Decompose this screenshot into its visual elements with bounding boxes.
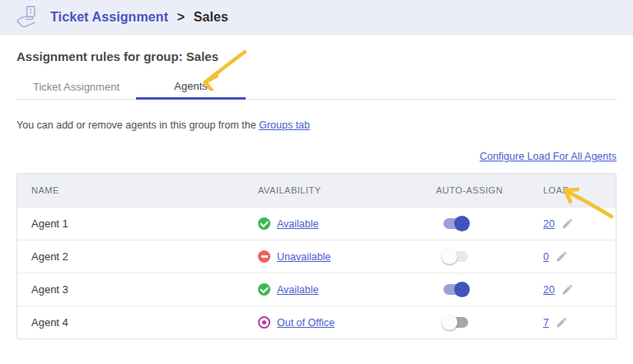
auto-assign-cell bbox=[436, 284, 543, 295]
table-row: Agent 3 Available 20 bbox=[17, 273, 616, 306]
unavailable-status-icon bbox=[258, 250, 270, 263]
auto-assign-toggle[interactable] bbox=[443, 251, 468, 262]
load-link[interactable]: 0 bbox=[543, 251, 549, 263]
info-text: You can add or remove agents in this gro… bbox=[16, 119, 259, 131]
availability-link[interactable]: Out of Office bbox=[277, 317, 335, 329]
edit-load-pencil-icon[interactable] bbox=[561, 283, 574, 296]
auto-assign-cell bbox=[436, 218, 543, 229]
availability-cell: Available bbox=[258, 283, 436, 296]
breadcrumb: Ticket Assignment > Sales bbox=[50, 10, 228, 25]
tab-ticket-assignment[interactable]: Ticket Assignment bbox=[16, 74, 136, 99]
load-cell: 0 bbox=[543, 250, 616, 263]
toggle-knob bbox=[442, 249, 457, 264]
agent-name: Agent 3 bbox=[17, 283, 258, 296]
page-title: Assignment rules for group: Sales bbox=[16, 49, 617, 63]
auto-assign-toggle[interactable] bbox=[443, 284, 468, 295]
breadcrumb-ticket-assignment[interactable]: Ticket Assignment bbox=[50, 10, 168, 24]
edit-load-pencil-icon[interactable] bbox=[561, 217, 574, 230]
table-header-row: NAME AVAILABILITY AUTO-ASSIGN LOAD bbox=[17, 174, 616, 207]
agent-name: Agent 1 bbox=[17, 217, 258, 230]
load-cell: 20 bbox=[543, 217, 616, 230]
configure-load-link[interactable]: Configure Load For All Agents bbox=[480, 151, 617, 162]
auto-assign-toggle[interactable] bbox=[443, 218, 468, 229]
out-of-office-status-icon bbox=[258, 316, 270, 329]
available-status-icon bbox=[258, 217, 270, 230]
load-cell: 7 bbox=[543, 316, 616, 329]
availability-cell: Available bbox=[258, 217, 436, 230]
column-header-availability: AVAILABILITY bbox=[258, 185, 436, 195]
available-status-icon bbox=[258, 283, 270, 296]
configure-row: Configure Load For All Agents bbox=[16, 148, 617, 163]
availability-link[interactable]: Available bbox=[277, 218, 319, 230]
availability-cell: Unavailable bbox=[258, 250, 436, 263]
load-link[interactable]: 7 bbox=[543, 317, 549, 329]
availability-link[interactable]: Unavailable bbox=[277, 251, 331, 263]
agent-name: Agent 2 bbox=[17, 250, 258, 263]
breadcrumb-separator: > bbox=[177, 10, 185, 24]
ticket-in-hand-icon bbox=[15, 5, 40, 30]
agents-table: NAME AVAILABILITY AUTO-ASSIGN LOAD Agent… bbox=[16, 173, 617, 339]
agents-info-text: You can add or remove agents in this gro… bbox=[16, 119, 617, 131]
availability-cell: Out of Office bbox=[258, 316, 436, 329]
auto-assign-toggle[interactable] bbox=[443, 317, 468, 328]
load-link[interactable]: 20 bbox=[543, 218, 555, 230]
ticket-assignment-page: Ticket Assignment > Sales Assignment rul… bbox=[0, 0, 633, 364]
availability-link[interactable]: Available bbox=[277, 284, 319, 296]
breadcrumb-current-group: Sales bbox=[194, 10, 228, 24]
agent-name: Agent 4 bbox=[17, 316, 258, 329]
auto-assign-cell bbox=[436, 251, 543, 262]
toggle-knob bbox=[454, 282, 470, 297]
load-cell: 20 bbox=[543, 283, 616, 296]
toggle-knob bbox=[442, 315, 457, 330]
toggle-knob bbox=[454, 216, 470, 231]
load-link[interactable]: 20 bbox=[543, 284, 555, 296]
groups-tab-link[interactable]: Groups tab bbox=[259, 119, 310, 131]
table-body: Agent 1 Available 20 Agent 2 Unavailable bbox=[17, 207, 616, 338]
main-content: Assignment rules for group: Sales Ticket… bbox=[0, 49, 633, 339]
column-header-auto-assign: AUTO-ASSIGN bbox=[436, 185, 543, 195]
table-row: Agent 1 Available 20 bbox=[17, 207, 616, 240]
edit-load-pencil-icon[interactable] bbox=[556, 316, 568, 329]
tab-bar: Ticket Assignment Agents bbox=[16, 74, 617, 100]
auto-assign-cell bbox=[436, 317, 543, 328]
table-row: Agent 2 Unavailable 0 bbox=[17, 240, 616, 273]
tab-agents[interactable]: Agents bbox=[136, 74, 246, 100]
table-row: Agent 4 Out of Office 7 bbox=[17, 306, 616, 338]
topbar: Ticket Assignment > Sales bbox=[0, 0, 633, 35]
edit-load-pencil-icon[interactable] bbox=[556, 250, 568, 263]
column-header-load: LOAD bbox=[543, 185, 616, 195]
column-header-name: NAME bbox=[17, 185, 258, 195]
